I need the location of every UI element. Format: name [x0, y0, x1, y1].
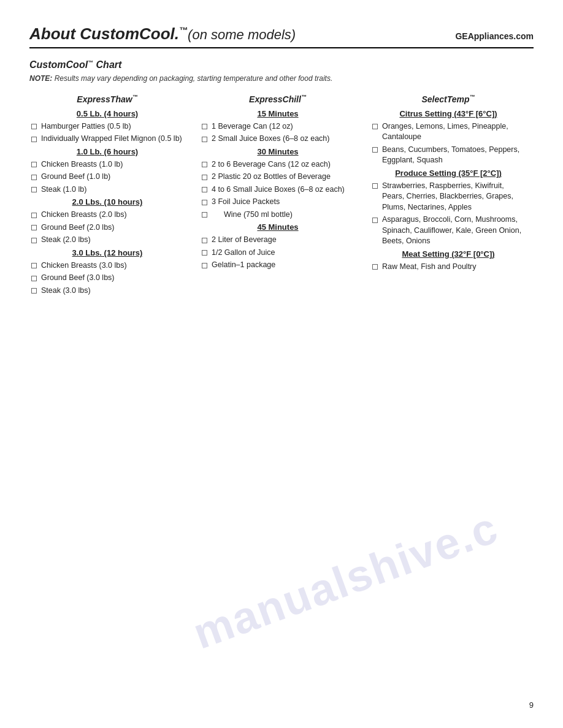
- item-text: Steak (3.0 lbs): [41, 286, 91, 297]
- item-text: 4 to 6 Small Juice Boxes (6–8 oz each): [212, 184, 345, 195]
- item-text: Strawberries, Raspberries, Kiwifruit, Pe…: [382, 181, 526, 213]
- note: NOTE: Results may vary depending on pack…: [29, 74, 534, 83]
- bullet-icon: [200, 173, 209, 181]
- list-item: Strawberries, Raspberries, Kiwifruit, Pe…: [370, 181, 526, 213]
- item-text: Ground Beef (1.0 lb): [41, 172, 110, 183]
- bullet-icon: [370, 146, 379, 154]
- item-text: Asparagus, Broccoli, Corn, Mushrooms, Sp…: [382, 214, 526, 247]
- page-number: 9: [529, 700, 534, 710]
- col2-header: ExpressChill™: [200, 94, 356, 104]
- item-text: Wine (750 ml bottle): [212, 210, 293, 221]
- list-item: 1 Beverage Can (12 oz): [200, 121, 356, 132]
- bullet-icon: [370, 123, 379, 131]
- bullet-icon: [200, 236, 209, 245]
- list-item: Steak (3.0 lbs): [29, 286, 185, 297]
- col3-header: SelectTemp™: [370, 94, 526, 104]
- bullet-icon: [29, 161, 38, 169]
- list-item: Chicken Breasts (2.0 lbs): [29, 210, 185, 221]
- list-item: Hamburger Patties (0.5 lb): [29, 121, 185, 132]
- bullet-icon: [200, 261, 209, 270]
- watermark: manualshive.c: [186, 502, 505, 659]
- list-item: Chicken Breasts (1.0 lb): [29, 159, 185, 170]
- bullet-icon: [200, 161, 209, 169]
- list-item: Ground Beef (2.0 lbs): [29, 222, 185, 233]
- bullet-icon: [200, 123, 209, 131]
- list-item: Asparagus, Broccoli, Corn, Mushrooms, Sp…: [370, 214, 526, 247]
- list-item: 2 Small Juice Boxes (6–8 oz each): [200, 134, 356, 145]
- col1-header-text: ExpressThaw™: [77, 94, 137, 104]
- item-text: Chicken Breasts (2.0 lbs): [41, 210, 127, 221]
- section-title: CustomCool™ Chart: [29, 59, 534, 70]
- col2-header-text: ExpressChill™: [249, 94, 307, 104]
- list-item: 2 Plastic 20 oz Bottles of Beverage: [200, 172, 356, 183]
- list-item: Raw Meat, Fish and Poultry: [370, 262, 526, 273]
- list-item: Oranges, Lemons, Limes, Pineapple, Canta…: [370, 121, 526, 143]
- bullet-icon: [200, 211, 209, 219]
- item-text: 2 Small Juice Boxes (6–8 oz each): [212, 134, 329, 145]
- list-item: Ground Beef (1.0 lb): [29, 172, 185, 183]
- bullet-icon: [200, 186, 209, 194]
- bullet-icon: [29, 186, 38, 194]
- col-expresschill: ExpressChill™ 15 Minutes 1 Beverage Can …: [193, 94, 363, 273]
- bullet-icon: [29, 211, 38, 219]
- bullet-icon: [29, 287, 38, 295]
- bullet-icon: [29, 224, 38, 232]
- col1-subsection-3-title: 2.0 Lbs. (10 hours): [29, 197, 185, 207]
- col1-subsection-1-title: 0.5 Lb. (4 hours): [29, 109, 185, 118]
- col1-header: ExpressThaw™: [29, 94, 185, 104]
- item-text: Hamburger Patties (0.5 lb): [41, 121, 131, 132]
- item-text: Ground Beef (2.0 lbs): [41, 222, 115, 233]
- bullet-icon: [200, 249, 209, 257]
- col-expressthaw: ExpressThaw™ 0.5 Lb. (4 hours) Hamburger…: [29, 94, 193, 298]
- item-text: Steak (1.0 lb): [41, 184, 86, 195]
- page-header: About CustomCool.™(on some models) GEApp…: [29, 25, 534, 48]
- list-item: 4 to 6 Small Juice Boxes (6–8 oz each): [200, 184, 356, 195]
- col2-subsection-3-title: 45 Minutes: [200, 222, 356, 232]
- list-item: Ground Beef (3.0 lbs): [29, 273, 185, 284]
- item-text: Oranges, Lemons, Limes, Pineapple, Canta…: [382, 121, 526, 143]
- item-text: Chicken Breasts (3.0 lbs): [41, 260, 127, 271]
- item-text: Beans, Cucumbers, Tomatoes, Peppers, Egg…: [382, 145, 526, 166]
- col2-subsection-1-title: 15 Minutes: [200, 109, 356, 118]
- bullet-icon: [370, 216, 379, 224]
- item-text: Gelatin–1 package: [212, 260, 275, 271]
- bullet-icon: [29, 236, 38, 245]
- list-item: Wine (750 ml bottle): [200, 210, 356, 221]
- col2-subsection-2-title: 30 Minutes: [200, 147, 356, 156]
- item-text: 3 Foil Juice Packets: [212, 197, 280, 208]
- list-item: Steak (2.0 lbs): [29, 235, 185, 246]
- note-text: Results may vary depending on packaging,…: [52, 74, 332, 83]
- bullet-icon: [370, 182, 379, 191]
- list-item: 2 Liter of Beverage: [200, 235, 356, 246]
- list-item: Gelatin–1 package: [200, 260, 356, 271]
- item-text: 1/2 Gallon of Juice: [212, 248, 275, 259]
- col-selecttemp: SelectTemp™ Citrus Setting (43°F [6°C]) …: [363, 94, 534, 274]
- col3-header-text: SelectTemp™: [421, 94, 475, 104]
- chart-columns: ExpressThaw™ 0.5 Lb. (4 hours) Hamburger…: [29, 94, 534, 298]
- item-text: Chicken Breasts (1.0 lb): [41, 159, 123, 170]
- item-text: 2 Liter of Beverage: [212, 235, 277, 246]
- bullet-icon: [29, 135, 38, 143]
- item-text: 1 Beverage Can (12 oz): [212, 121, 293, 132]
- item-text: Raw Meat, Fish and Poultry: [382, 262, 477, 273]
- bullet-icon: [200, 135, 209, 143]
- col1-subsection-2-title: 1.0 Lb. (6 hours): [29, 147, 185, 156]
- bullet-icon: [29, 274, 38, 282]
- page: About CustomCool.™(on some models) GEApp…: [0, 0, 563, 728]
- title-main: About CustomCool.: [29, 25, 179, 43]
- col3-subsection-1-title: Citrus Setting (43°F [6°C]): [370, 109, 526, 118]
- list-item: 3 Foil Juice Packets: [200, 197, 356, 208]
- list-item: 1/2 Gallon of Juice: [200, 248, 356, 259]
- bullet-icon: [29, 262, 38, 270]
- bullet-icon: [370, 263, 379, 271]
- list-item: 2 to 6 Beverage Cans (12 oz each): [200, 159, 356, 170]
- item-text: 2 Plastic 20 oz Bottles of Beverage: [212, 172, 331, 183]
- item-text: Steak (2.0 lbs): [41, 235, 91, 246]
- website-label: GEAppliances.com: [455, 31, 534, 41]
- list-item: Individually Wrapped Filet Mignon (0.5 l…: [29, 134, 185, 145]
- col3-subsection-2-title: Produce Setting (35°F [2°C]): [370, 169, 526, 178]
- item-text: Ground Beef (3.0 lbs): [41, 273, 115, 284]
- bullet-icon: [29, 123, 38, 131]
- page-title: About CustomCool.™(on some models): [29, 25, 296, 44]
- col3-subsection-3-title: Meat Setting (32°F [0°C]): [370, 249, 526, 259]
